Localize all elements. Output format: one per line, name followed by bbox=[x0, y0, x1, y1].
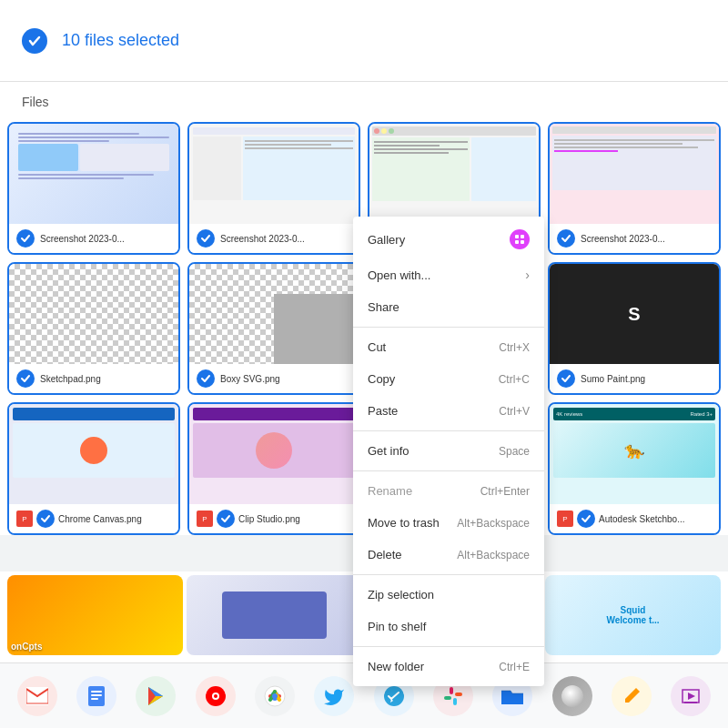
file-name-4: Screenshot 2023-0... bbox=[581, 234, 665, 244]
twitter-icon bbox=[323, 687, 345, 705]
menu-shortcut-copy: Ctrl+C bbox=[499, 373, 530, 386]
menu-item-open-with[interactable]: Open with... › bbox=[353, 258, 544, 291]
taskbar-media[interactable] bbox=[671, 676, 711, 716]
taskbar-pen[interactable] bbox=[612, 676, 652, 716]
file-card-screenshot4[interactable]: Screenshot 2023-0... bbox=[548, 122, 721, 255]
taskbar-gmail[interactable] bbox=[17, 676, 57, 716]
file-name-1: Screenshot 2023-0... bbox=[40, 234, 125, 244]
file-name-autodesk: Autodesk Sketchbo... bbox=[599, 514, 685, 524]
menu-label-pin-to-shelf: Pin to shelf bbox=[368, 620, 426, 633]
menu-item-delete[interactable]: Delete Alt+Backspace bbox=[353, 539, 544, 571]
menu-label-move-to-trash: Move to trash bbox=[368, 516, 440, 530]
files-icon bbox=[500, 686, 524, 706]
app-thumb-concepts[interactable]: onCpts bbox=[7, 575, 183, 655]
file-name-bar-screenshot2: Screenshot 2023-0... bbox=[189, 224, 359, 253]
file-card-sketchpad[interactable]: Sketchpad.png bbox=[7, 262, 180, 395]
svg-point-14 bbox=[214, 694, 217, 698]
svg-point-17 bbox=[272, 693, 278, 699]
file-name-bar-chrome-canvas: P Chrome Canvas.png bbox=[9, 504, 178, 533]
file-card-autodesk[interactable]: 4K reviews Rated 3+ 🐆 P Autodesk Sketchb… bbox=[548, 402, 721, 535]
top-bar: 10 files selected bbox=[0, 0, 728, 82]
file-card-clip-studio[interactable]: P Clip Studio.png bbox=[187, 402, 360, 535]
menu-shortcut-get-info: Space bbox=[499, 445, 530, 458]
file-check-9 bbox=[217, 510, 235, 528]
selected-count-label: 10 files selected bbox=[62, 31, 179, 50]
taskbar-twitter[interactable] bbox=[314, 676, 354, 716]
system-circle bbox=[561, 685, 583, 707]
svg-rect-22 bbox=[444, 696, 451, 700]
submenu-arrow-icon: › bbox=[525, 268, 530, 282]
file-card-screenshot2[interactable]: Screenshot 2023-0... bbox=[187, 122, 360, 255]
file-card-chrome-canvas[interactable]: P Chrome Canvas.png bbox=[7, 402, 180, 535]
menu-label-cut: Cut bbox=[368, 340, 386, 354]
file-name-bar-autodesk: P Autodesk Sketchbo... bbox=[550, 504, 719, 533]
menu-item-move-to-trash[interactable]: Move to trash Alt+Backspace bbox=[353, 507, 544, 539]
telegram-icon bbox=[383, 685, 405, 707]
app-thumb-squid[interactable]: SquidWelcome t... bbox=[545, 575, 721, 655]
file-check-1 bbox=[16, 229, 35, 248]
files-title: Files bbox=[22, 95, 706, 109]
svg-rect-0 bbox=[515, 235, 519, 238]
file-check-5 bbox=[16, 369, 35, 388]
svg-rect-6 bbox=[91, 694, 102, 696]
menu-item-gallery[interactable]: Gallery bbox=[353, 220, 544, 258]
file-icon-red-2: P bbox=[197, 511, 213, 527]
menu-item-new-folder[interactable]: New folder Ctrl+E bbox=[353, 651, 544, 682]
menu-item-pin-to-shelf[interactable]: Pin to shelf bbox=[353, 611, 544, 642]
docs-icon bbox=[87, 685, 106, 707]
menu-item-get-info[interactable]: Get info Space bbox=[353, 435, 544, 467]
file-check-10 bbox=[577, 510, 595, 528]
file-name-bar-screenshot1: Screenshot 2023-0... bbox=[9, 224, 178, 253]
file-card-sumo[interactable]: S Sumo Paint.png bbox=[548, 262, 721, 395]
file-thumb-sketchpad bbox=[9, 264, 178, 364]
file-thumb-autodesk: 4K reviews Rated 3+ 🐆 bbox=[550, 404, 719, 504]
app-thumb-sketch[interactable] bbox=[187, 575, 362, 655]
menu-divider-3 bbox=[353, 470, 544, 471]
menu-shortcut-cut: Ctrl+X bbox=[499, 341, 530, 354]
app-thumb-label-concepts: onCpts bbox=[11, 642, 179, 652]
menu-shortcut-move-to-trash: Alt+Backspace bbox=[457, 517, 530, 530]
menu-item-zip[interactable]: Zip selection bbox=[353, 579, 544, 611]
taskbar-system[interactable] bbox=[552, 676, 592, 716]
menu-label-copy: Copy bbox=[368, 372, 395, 386]
file-thumb-boxy bbox=[189, 264, 359, 364]
file-thumb-screenshot3 bbox=[369, 124, 539, 224]
file-name-bar-sketchpad: Sketchpad.png bbox=[9, 364, 178, 393]
taskbar-docs[interactable] bbox=[76, 676, 116, 716]
file-card-screenshot1[interactable]: Screenshot 2023-0... bbox=[7, 122, 180, 255]
svg-rect-20 bbox=[455, 693, 462, 696]
svg-rect-2 bbox=[515, 240, 519, 244]
menu-divider-5 bbox=[353, 646, 544, 647]
menu-shortcut-paste: Ctrl+V bbox=[499, 405, 530, 418]
file-name-bar-clip-studio: P Clip Studio.png bbox=[189, 504, 359, 533]
menu-item-share[interactable]: Share bbox=[353, 291, 544, 323]
file-name-bar-boxy: Boxy SVG.png bbox=[189, 364, 359, 393]
file-thumb-screenshot1 bbox=[9, 124, 178, 224]
svg-rect-5 bbox=[91, 691, 102, 693]
select-all-check[interactable] bbox=[22, 28, 47, 54]
menu-label-rename: Rename bbox=[368, 484, 412, 498]
menu-item-paste[interactable]: Paste Ctrl+V bbox=[353, 395, 544, 427]
svg-rect-3 bbox=[521, 240, 524, 244]
files-section-header: Files bbox=[0, 82, 728, 122]
svg-rect-21 bbox=[453, 698, 457, 705]
menu-item-copy[interactable]: Copy Ctrl+C bbox=[353, 363, 544, 395]
menu-shortcut-rename: Ctrl+Enter bbox=[480, 485, 530, 498]
menu-item-cut[interactable]: Cut Ctrl+X bbox=[353, 331, 544, 363]
menu-shortcut-new-folder: Ctrl+E bbox=[499, 661, 530, 673]
menu-divider-4 bbox=[353, 574, 544, 575]
file-thumb-chrome-canvas bbox=[9, 404, 178, 504]
file-icon-red-3: P bbox=[557, 511, 573, 527]
app-thumb-visual-sketch bbox=[222, 592, 328, 640]
menu-label-share: Share bbox=[368, 300, 399, 314]
svg-rect-7 bbox=[91, 698, 98, 700]
youtube-music-icon bbox=[205, 685, 227, 707]
taskbar-chrome[interactable] bbox=[255, 676, 295, 716]
app-thumb-label-squid: SquidWelcome t... bbox=[606, 605, 659, 625]
file-name-boxy: Boxy SVG.png bbox=[220, 374, 280, 384]
taskbar-youtube-music[interactable] bbox=[196, 676, 236, 716]
file-card-boxy[interactable]: Boxy SVG.png bbox=[187, 262, 360, 395]
file-name-chrome-canvas: Chrome Canvas.png bbox=[58, 514, 142, 524]
taskbar-play-store[interactable] bbox=[136, 676, 176, 716]
file-check-6 bbox=[197, 369, 215, 388]
